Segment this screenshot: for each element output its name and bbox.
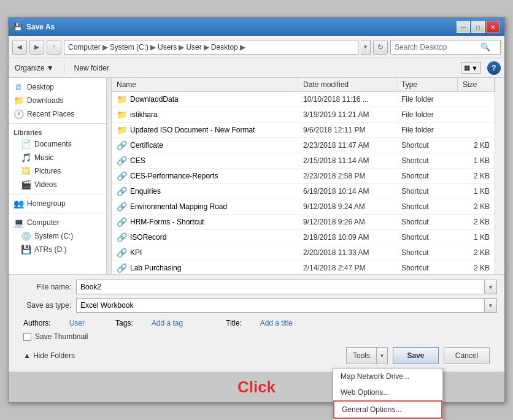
form-area: File name: ▼ Save as type: ▼ Authors: Us… <box>9 274 504 372</box>
sidebar-item-videos[interactable]: 🎬 Videos <box>9 178 106 191</box>
file-icon: 🔗 <box>117 248 126 258</box>
back-button[interactable]: ◀ <box>12 40 27 55</box>
resize-handle[interactable] <box>107 78 112 274</box>
col-header-name[interactable]: Name <box>112 78 298 91</box>
homegroup-icon: 👥 <box>14 199 23 208</box>
refresh-button[interactable]: ↻ <box>373 40 388 55</box>
system-c-icon: 💿 <box>21 231 31 241</box>
save-type-dropdown-icon[interactable]: ▼ <box>484 299 496 312</box>
table-row[interactable]: 🔗 CES-Performance-Reports 2/23/2018 2:58… <box>112 169 495 184</box>
file-size: 1 KB <box>458 155 495 166</box>
table-row[interactable]: 📁 Updated ISO Document - New Format 9/6/… <box>112 123 495 138</box>
tools-button[interactable]: Tools <box>347 348 376 364</box>
file-size: 2 KB <box>458 170 495 181</box>
file-size: 2 KB <box>458 201 495 212</box>
file-name: Certificate <box>130 141 163 150</box>
tools-dropdown-menu: Map Network Drive... Web Options... Gene… <box>333 368 443 420</box>
authors-label: Authors: <box>23 319 51 327</box>
table-row[interactable]: 🔗 KPI 2/20/2018 11:33 AM Shortcut 2 KB <box>112 245 495 261</box>
file-icon: 📁 <box>117 110 126 120</box>
file-name-input[interactable] <box>77 280 484 294</box>
sidebar-item-atr-d[interactable]: 💾 ATRs (D:) <box>9 243 106 256</box>
downloads-folder-icon: 📁 <box>14 96 23 105</box>
hide-folders-button[interactable]: ▲ Hide Folders <box>23 351 75 360</box>
dropdown-item-web-options[interactable]: Web Options... <box>333 384 442 400</box>
sidebar-item-homegroup[interactable]: 👥 Homegroup <box>9 197 106 210</box>
address-path[interactable]: Computer ▶ System (C:) ▶ Users ▶ User ▶ … <box>64 40 358 55</box>
table-row[interactable]: 📁 DownlaodData 10/10/2018 11:16 ... File… <box>112 92 495 107</box>
file-name: KPI <box>130 248 142 257</box>
view-button[interactable]: ▦ ▼ <box>461 62 481 74</box>
search-icon[interactable]: 🔍 <box>480 42 490 52</box>
authors-value[interactable]: User <box>69 319 85 327</box>
recent-places-label: Recent Places <box>27 110 74 118</box>
col-header-date[interactable]: Date modified <box>298 78 396 91</box>
thumbnail-label: Save Thumbnail <box>35 332 88 341</box>
tags-value[interactable]: Add a tag <box>152 319 183 327</box>
table-row[interactable]: 🔗 CES 2/15/2018 11:14 AM Shortcut 1 KB <box>112 153 495 169</box>
title-label: Title: <box>226 319 242 327</box>
window-icon: 💾 <box>14 23 23 31</box>
window-title: Save As <box>26 23 55 31</box>
help-label: ? <box>492 64 496 72</box>
address-dropdown-button[interactable]: ▼ <box>361 40 371 55</box>
thumbnail-checkbox[interactable] <box>23 333 31 341</box>
save-type-input[interactable] <box>77 299 484 312</box>
table-row[interactable]: 🔗 Lab Purchasing 2/14/2018 2:47 PM Short… <box>112 261 495 274</box>
table-row[interactable]: 🔗 Enquiries 6/19/2018 10:14 AM Shortcut … <box>112 184 495 199</box>
col-header-size[interactable]: Size <box>458 78 495 91</box>
sidebar-item-pictures[interactable]: 🖼 Pictures <box>9 164 106 178</box>
tools-dropdown-button[interactable]: ▼ <box>376 348 387 364</box>
sidebar-item-recent-places[interactable]: 🕐 Recent Places <box>9 107 106 121</box>
table-row[interactable]: 📁 istikhara 3/19/2019 11:21 AM File fold… <box>112 107 495 123</box>
file-list: Name Date modified Type Size 📁 DownlaodD… <box>112 78 495 274</box>
table-row[interactable]: 🔗 Certificate 2/23/2018 11:47 AM Shortcu… <box>112 138 495 153</box>
new-folder-button[interactable]: New folder <box>72 63 112 74</box>
sidebar-item-desktop[interactable]: 🖥 Desktop <box>9 80 106 94</box>
title-value[interactable]: Add a title <box>260 319 293 327</box>
file-name: DownlaodData <box>130 95 179 104</box>
forward-button[interactable]: ▶ <box>29 40 44 55</box>
file-name-dropdown-icon[interactable]: ▼ <box>484 280 496 294</box>
table-row[interactable]: 🔗 HRM-Forms - Shortcut 9/12/2018 9:26 AM… <box>112 215 495 230</box>
thumbnail-row: Save Thumbnail <box>16 330 497 343</box>
organize-label: Organize <box>15 64 45 72</box>
cancel-button[interactable]: Cancel <box>444 347 490 364</box>
close-button[interactable]: ✕ <box>486 21 500 33</box>
search-input[interactable] <box>395 43 480 52</box>
file-icon: 📁 <box>117 94 126 104</box>
table-row[interactable]: 🔗 ISORecord 2/19/2018 10:09 AM Shortcut … <box>112 230 495 245</box>
scrollbar-area[interactable] <box>495 78 504 274</box>
documents-label: Documents <box>34 140 72 148</box>
save-label: Save <box>407 351 424 360</box>
tags-label: Tags: <box>115 319 133 327</box>
organize-button[interactable]: Organize ▼ <box>12 63 56 74</box>
view-icon: ▦ <box>464 64 470 72</box>
dropdown-item-map-network[interactable]: Map Network Drive... <box>333 368 442 384</box>
file-name: HRM-Forms - Shortcut <box>130 218 204 226</box>
content-area: 🖥 Desktop 📁 Downloads 🕐 Recent Places Li… <box>9 78 504 274</box>
title-bar-controls: ─ □ ✕ <box>457 21 500 33</box>
title-bar-left: 💾 Save As <box>14 23 55 31</box>
path-user: User <box>186 43 201 52</box>
sidebar-item-music[interactable]: 🎵 Music <box>9 151 106 164</box>
sidebar-item-computer[interactable]: 💻 Computer <box>9 216 106 229</box>
sidebar-item-downloads[interactable]: 📁 Downloads <box>9 94 106 107</box>
sidebar-item-documents[interactable]: 📄 Documents <box>9 137 106 151</box>
address-bar: ◀ ▶ ↑ Computer ▶ System (C:) ▶ Users ▶ U… <box>9 36 504 58</box>
maximize-button[interactable]: □ <box>471 21 485 33</box>
file-type: Shortcut <box>396 140 458 151</box>
help-button[interactable]: ? <box>487 61 501 75</box>
sidebar-item-system-c[interactable]: 💿 System (C:) <box>9 229 106 243</box>
file-name: ISORecord <box>130 233 166 242</box>
dropdown-item-general-options[interactable]: General Options... <box>333 400 442 419</box>
file-icon: 📁 <box>117 125 126 135</box>
file-icon: 🔗 <box>117 140 126 150</box>
up-button[interactable]: ↑ <box>47 40 61 55</box>
metadata-row: Authors: User Tags: Add a tag Title: Add… <box>16 316 497 330</box>
save-type-input-group: ▼ <box>76 298 497 313</box>
save-button[interactable]: Save <box>393 347 439 364</box>
minimize-button[interactable]: ─ <box>457 21 470 33</box>
col-header-type[interactable]: Type <box>396 78 458 91</box>
table-row[interactable]: 🔗 Environmental Mapping Road 9/12/2018 9… <box>112 199 495 215</box>
